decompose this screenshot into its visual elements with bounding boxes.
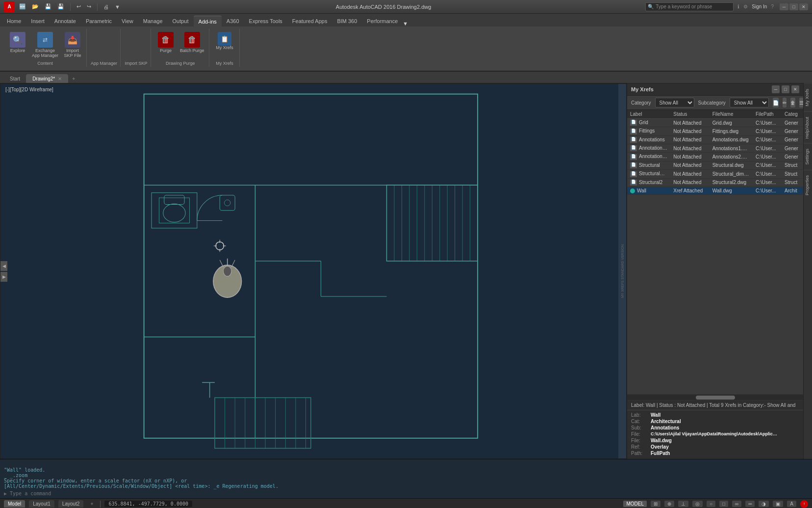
status-3d-snap[interactable]: □ [719,501,728,507]
add-layout-btn[interactable]: + [87,500,96,508]
xrefs-table[interactable]: Label Status FileName FilePath Categ 📄Gr… [627,110,803,394]
qat-new[interactable]: 🆕 [18,3,27,10]
tab-manage[interactable]: Manage [138,16,168,27]
tab-featured-apps[interactable]: Featured Apps [287,16,332,27]
tab-bim360[interactable]: BIM 360 [332,16,362,27]
status-ortho[interactable]: ⊥ [678,501,688,507]
tab-drawing2[interactable]: Drawing2* ✕ [26,74,68,83]
tab-view[interactable]: View [117,16,138,27]
col-filepath[interactable]: FilePath [753,110,782,119]
status-lineweight[interactable]: ═ [745,501,755,507]
table-row[interactable]: 📄Structural_d... Not Attached Structural… [627,170,803,178]
close-btn[interactable]: ✕ [799,3,808,10]
exchange-app-button[interactable]: ⇄ ExchangeApp Manager [30,30,60,60]
model-tab[interactable]: Model [4,500,25,508]
col-filename[interactable]: FileName [710,110,753,119]
category-select[interactable]: Show All [655,98,694,107]
table-row[interactable]: 📄Structural2 Not Attached Structural2.dw… [627,178,803,187]
purge-button[interactable]: 🗑 Purge [155,30,177,55]
side-tab-settings[interactable]: Settings [804,143,812,170]
status-annotation[interactable]: A [787,501,796,507]
ribbon-tabs: Home Insert Annotate Parametric View Man… [0,14,812,27]
status-selection[interactable]: ▣ [773,501,783,507]
tab-a360[interactable]: A360 [222,16,244,27]
drawing-canvas[interactable]: [-][Top][2D Wireframe] ◀ ▶ [0,83,627,459]
edit-xref-btn[interactable]: ✏ [783,98,787,107]
tab-performance[interactable]: Performance [362,16,403,27]
cell-filename: Structural.dwg [710,161,753,169]
qat-save-as[interactable]: 💾 [56,3,66,10]
alert-indicator[interactable]: ! [800,500,808,508]
info-icon[interactable]: ℹ [737,4,739,9]
status-transparency[interactable]: ◑ [759,501,769,507]
col-status[interactable]: Status [670,110,709,119]
file-value: C:\Users\Ajilal Vijayan\AppData\Roaming\… [651,431,778,437]
tab-annotate[interactable]: Annotate [50,16,81,27]
maximize-btn[interactable]: □ [789,3,798,10]
table-row[interactable]: 📄Annotations2 Not Attached Annotations2.… [627,153,803,161]
qat-redo[interactable]: ↪ [85,3,93,10]
side-tab-my-xrefs[interactable]: My Xrefs [804,83,812,111]
qat-save[interactable]: 💾 [43,3,53,10]
qat-dropdown[interactable]: ▼ [113,4,122,10]
col-label[interactable]: Label [627,110,670,119]
sign-in-link[interactable]: Sign In [752,4,767,9]
status-polar[interactable]: ◎ [692,501,703,507]
layout1-tab[interactable]: Layout1 [29,500,54,508]
tab-add-ins[interactable]: Add-ins [194,16,222,27]
my-xrefs-button[interactable]: 📋 My Xrefs [214,30,235,52]
table-row[interactable]: 📄Structural Not Attached Structural.dwg … [627,161,803,169]
panel-restore-btn[interactable]: □ [782,85,789,93]
cmdline-line3: Specify corner of window, enter a scale … [4,478,808,483]
tab-parametric[interactable]: Parametric [81,16,117,27]
panel-minimize-btn[interactable]: ─ [772,85,780,93]
model-badge[interactable]: MODEL [623,501,647,507]
xrefs-scrollbar[interactable] [627,394,803,400]
search-bar[interactable]: 🔍 Type a keyword or phrase [645,2,734,11]
settings-icon[interactable]: ⚙ [743,4,748,9]
table-row[interactable]: Wall Xref Attached Wall.dwg C:\User... A… [627,187,803,194]
help-icon[interactable]: ? [771,4,774,9]
tab-express-tools[interactable]: Express Tools [244,16,287,27]
tab-start[interactable]: Start [4,75,26,83]
xrefs-info-bar: Label: Wall | Status : Not Attached | To… [627,400,803,410]
table-row[interactable]: 📄Annotations1 Not Attached Annotations1.… [627,144,803,153]
cmdline-input-row[interactable]: ▶ [4,491,808,496]
app-logo[interactable]: A [4,1,15,12]
status-object-snap[interactable]: ○ [707,501,715,507]
new-xref-btn[interactable]: 📄 [773,98,779,107]
batch-purge-button[interactable]: 🗑 Batch Purge [178,30,206,55]
side-tab-properties[interactable]: Properties [804,170,812,200]
status-obj-track[interactable]: ∞ [732,501,741,507]
tab-home[interactable]: Home [2,16,26,27]
tab-insert[interactable]: Insert [26,16,50,27]
tab-add-new[interactable]: + [69,74,78,83]
tab-output[interactable]: Output [168,16,194,27]
status-snap[interactable]: ⊕ [664,501,674,507]
table-row[interactable]: 📄Grid Not Attached Grid.dwg C:\User... G… [627,119,803,127]
side-tabs: My Xrefs Help/About Settings Properties [803,83,812,459]
pan-right[interactable]: ▶ [0,272,7,282]
xrefs-scrollbar-thumb[interactable] [696,396,735,400]
import-skp-button[interactable]: 📥 ImportSKP File [62,30,83,60]
delete-xref-btn[interactable]: 🗑 [790,98,795,107]
table-row[interactable]: 📄Fittings Not Attached Fittings.dwg C:\U… [627,127,803,135]
panel-close-btn[interactable]: ✕ [791,85,799,93]
table-row[interactable]: 📄Annotations Not Attached Annotations.dw… [627,135,803,144]
explore-button[interactable]: 🔍 Explore [7,30,28,55]
xrefs-panel-header: My Xrefs ─ □ ✕ [627,83,803,96]
subcategory-select[interactable]: Show All [730,98,769,107]
pan-left[interactable]: ◀ [0,261,7,271]
col-categ[interactable]: Categ [782,110,803,119]
status-grid[interactable]: ⊞ [651,501,660,507]
minimize-btn[interactable]: ─ [780,3,788,10]
tab-dropdown[interactable]: ▼ [403,21,422,27]
side-tab-help[interactable]: Help/About [804,111,812,144]
qat-plot[interactable]: 🖨 [102,4,110,10]
qat-open[interactable]: 📂 [30,3,40,10]
tab-drawing2-close[interactable]: ✕ [58,76,62,81]
cmdline-input-field[interactable] [10,491,808,496]
qat-undo[interactable]: ↩ [75,3,82,10]
xrefs-data-table: Label Status FileName FilePath Categ 📄Gr… [627,110,803,195]
layout2-tab[interactable]: Layout2 [58,500,84,508]
